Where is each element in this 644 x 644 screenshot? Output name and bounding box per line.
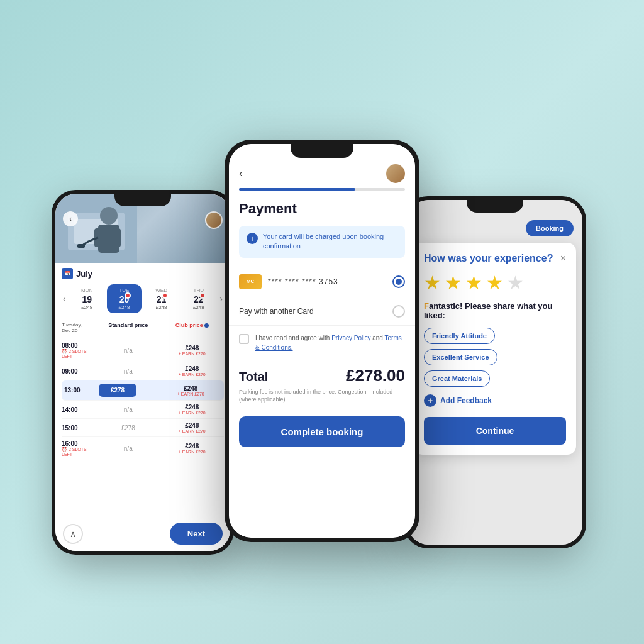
- day-thu[interactable]: THU 22 £248: [181, 284, 216, 313]
- add-feedback-row[interactable]: + Add Feedback: [424, 394, 566, 407]
- info-text: Your card will be charged upon booking c…: [263, 232, 397, 252]
- star-3[interactable]: ★: [465, 272, 482, 294]
- time-row-1600[interactable]: 16:00 ⏰ 2 SLOTS LEFT n/a £248 + EARN £27…: [62, 437, 224, 460]
- wed-badge: [162, 292, 168, 299]
- svg-rect-6: [112, 228, 121, 247]
- star-rating[interactable]: ★ ★ ★ ★ ★: [424, 272, 566, 294]
- next-button[interactable]: Next: [170, 523, 223, 545]
- avatar-left: [205, 211, 223, 229]
- star-4[interactable]: ★: [486, 272, 503, 294]
- terms-text: I have read and agree with Privacy Polic…: [255, 333, 405, 352]
- scene: ‹ 📅 July ‹ MON 19: [39, 52, 605, 592]
- calendar-body: 📅 July ‹ MON 19 £248 TUE: [55, 263, 230, 465]
- tag-materials[interactable]: Great Materials: [424, 370, 490, 387]
- selected-price-btn: £278: [99, 384, 136, 397]
- total-section: Total £278.00 Parking fee is not include…: [229, 360, 415, 408]
- card-number: **** **** **** 3753: [268, 277, 386, 286]
- notch-right: [467, 200, 523, 213]
- card-brand-icon: MC: [239, 274, 262, 289]
- time-row-1500[interactable]: 15:00 £278 £248 + EARN £270: [62, 419, 224, 437]
- share-prompt: Fantastic! Please share what you liked:: [424, 301, 566, 320]
- add-feedback-label: Add Feedback: [440, 396, 492, 405]
- progress-fill: [239, 188, 355, 191]
- info-banner: i Your card will be charged upon booking…: [239, 226, 405, 258]
- card-radio-selected[interactable]: [392, 275, 405, 288]
- active-day-badge: [125, 292, 131, 299]
- notch-center: [291, 144, 353, 158]
- back-button-center[interactable]: ‹: [239, 168, 242, 179]
- day-mon[interactable]: MON 19 £248: [70, 284, 104, 313]
- another-card-label: Pay with another Card: [239, 307, 386, 316]
- booking-button[interactable]: Booking: [526, 220, 574, 236]
- total-row: Total £278.00: [239, 366, 405, 386]
- day-wed[interactable]: WED 21 £248: [144, 284, 179, 313]
- phone-left: ‹ 📅 July ‹ MON 19: [52, 190, 234, 555]
- std-price-header: Standard price: [96, 322, 160, 333]
- club-price-header: Club price: [160, 322, 225, 333]
- phone-right: Booking How was your experience? × ★ ★ ★…: [404, 196, 586, 548]
- date-col-header: Tuesday,Dec 20: [62, 322, 96, 333]
- avatar-center: [386, 164, 405, 183]
- phone-center-content: ‹ Payment i Your card will be charged up…: [229, 144, 415, 538]
- collapse-button[interactable]: ∧: [63, 524, 83, 544]
- total-label: Total: [239, 370, 268, 384]
- next-day-nav[interactable]: ›: [218, 294, 224, 304]
- privacy-link[interactable]: Privacy Policy: [331, 335, 370, 341]
- card-radio-empty[interactable]: [392, 305, 405, 318]
- card-option-new[interactable]: Pay with another Card: [229, 297, 415, 326]
- time-row-1300[interactable]: 13:00 £278 £248 + EARN £270: [62, 380, 224, 401]
- tag-service[interactable]: Excellent Service: [424, 349, 497, 365]
- day-tue[interactable]: TUE 20 £248: [107, 284, 142, 313]
- days-row: ‹ MON 19 £248 TUE 20 £248: [62, 284, 224, 313]
- close-button[interactable]: ×: [560, 253, 566, 264]
- tag-friendly[interactable]: Friendly Attitude: [424, 328, 495, 344]
- notch-left: [114, 194, 171, 206]
- payment-title: Payment: [229, 201, 415, 217]
- terms-checkbox[interactable]: [239, 334, 249, 344]
- continue-button[interactable]: Continue: [424, 417, 566, 445]
- time-row-1400[interactable]: 14:00 n/a £248 + EARN £270: [62, 401, 224, 419]
- star-5[interactable]: ★: [507, 272, 524, 294]
- card-option-existing[interactable]: MC **** **** **** 3753: [229, 267, 415, 297]
- phone-left-content: ‹ 📅 July ‹ MON 19: [55, 194, 230, 551]
- add-feedback-icon: +: [424, 394, 436, 407]
- parking-note: Parking fee is not included in the price…: [239, 388, 405, 404]
- modal-header: How was your experience? ×: [424, 253, 566, 264]
- svg-point-3: [100, 207, 118, 225]
- complete-booking-button[interactable]: Complete booking: [239, 416, 405, 447]
- month-row: 📅 July: [62, 268, 224, 279]
- back-button-left[interactable]: ‹: [63, 211, 78, 226]
- feedback-tags: Friendly Attitude Excellent Service Grea…: [424, 328, 566, 387]
- phone-left-footer: ∧ Next: [55, 516, 230, 551]
- phone-right-content: Booking How was your experience? × ★ ★ ★…: [408, 200, 582, 545]
- star-1[interactable]: ★: [424, 272, 441, 294]
- total-amount: £278.00: [346, 366, 405, 386]
- phone-center: ‹ Payment i Your card will be charged up…: [225, 140, 419, 542]
- modal-title: How was your experience?: [424, 253, 553, 264]
- progress-bar: [239, 188, 405, 191]
- time-row-0800[interactable]: 08:00 ⏰ 2 SLOTS LEFT n/a £248 + EARN £27…: [62, 339, 224, 362]
- terms-row: I have read and agree with Privacy Polic…: [229, 326, 415, 360]
- prev-day-nav[interactable]: ‹: [62, 294, 67, 304]
- table-header: Tuesday,Dec 20 Standard price Club price: [62, 319, 224, 336]
- review-modal: How was your experience? × ★ ★ ★ ★ ★ Fan…: [414, 243, 576, 455]
- calendar-icon: 📅: [62, 268, 73, 279]
- svg-rect-7: [77, 244, 85, 248]
- star-2[interactable]: ★: [445, 272, 462, 294]
- month-label: July: [76, 269, 92, 279]
- info-icon: i: [247, 233, 258, 244]
- thu-badge: [199, 292, 206, 299]
- time-row-0900[interactable]: 09:00 n/a £248 + EARN £270: [62, 362, 224, 380]
